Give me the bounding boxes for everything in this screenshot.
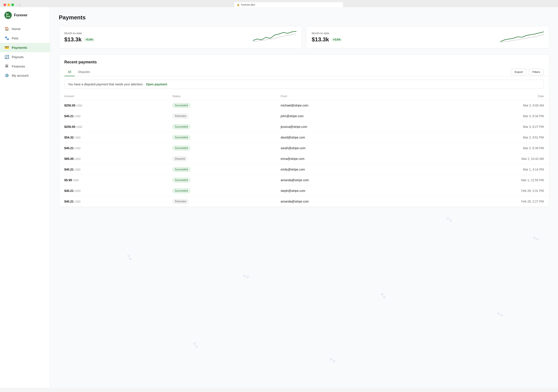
payments-table: Amount Status From Date $250.00 USD Succ… bbox=[59, 92, 549, 207]
tab-actions: Export Filters bbox=[511, 68, 544, 75]
main-content: 🐾🐾🐾🐾🐾🐾🐾🐾🐾🐾🐾🐾🐾🐾🐾🐾🐾🐾🐾🐾 Payments Month-to-d… bbox=[50, 7, 558, 388]
table-row[interactable]: $40.21 USD Succeeded steph@stripe.com Fe… bbox=[59, 186, 549, 196]
currency-value: USD bbox=[75, 189, 80, 193]
paw-decoration: 🐾 bbox=[496, 311, 504, 318]
table-row[interactable]: $40.21 USD Succeeded sarah@stripe.com Ma… bbox=[59, 143, 549, 153]
currency-value: USD bbox=[75, 200, 80, 203]
date-cell: Mar 3, 8:27 PM bbox=[423, 121, 549, 132]
amount-value: $5.99 bbox=[64, 178, 72, 182]
metric-chart bbox=[253, 31, 296, 44]
status-badge: Refunded bbox=[172, 114, 189, 119]
currency-value: USD bbox=[75, 115, 80, 118]
status-cell: Refunded bbox=[167, 196, 275, 207]
tabs-row: AllDisputes Export Filters bbox=[59, 68, 549, 76]
col-status: Status bbox=[167, 92, 275, 100]
status-badge: Succeeded bbox=[172, 135, 190, 140]
sidebar-item-payouts[interactable]: 🔄 Payouts bbox=[0, 52, 50, 62]
finances-icon: 🏛 bbox=[4, 64, 9, 68]
export-button[interactable]: Export bbox=[511, 68, 527, 75]
currency-value: USD bbox=[75, 136, 80, 139]
sidebar-item-home[interactable]: 🏠 Home bbox=[0, 24, 50, 34]
main-nav: 🏠 Home 🐾 Pets 💳 Payments 🔄 Payouts 🏛 Fin… bbox=[0, 24, 50, 80]
status-cell: Disputed bbox=[167, 153, 275, 164]
maximize-button[interactable] bbox=[11, 3, 14, 6]
date-cell: Mar 2, 10:42 AM bbox=[423, 153, 549, 164]
from-cell: erica@stripe.com bbox=[275, 153, 423, 164]
col-date: Date bbox=[423, 92, 549, 100]
amount-value: $40.21 bbox=[64, 189, 74, 193]
metric-chart bbox=[500, 31, 544, 44]
sidebar-item-label: Finances bbox=[12, 64, 25, 68]
from-cell: john@stripe.com bbox=[275, 111, 423, 121]
status-cell: Succeeded bbox=[167, 132, 275, 143]
table-row[interactable]: $40.21 USD Succeeded emily@stripe.com Ma… bbox=[59, 164, 549, 175]
amount-value: $40.21 bbox=[64, 200, 74, 203]
date-cell: Mar 2, 6:39 PM bbox=[423, 143, 549, 153]
sidebar-item-finances[interactable]: 🏛 Finances bbox=[0, 62, 50, 71]
sidebar-item-label: Home bbox=[12, 27, 20, 31]
browser-chrome: ‹ › 🔒 furever.dev bbox=[0, 0, 558, 7]
paw-decoration: 🐾 bbox=[446, 216, 453, 223]
app-container: furEver Furever 🏠 Home 🐾 Pets 💳 Payments… bbox=[0, 7, 558, 388]
address-bar[interactable]: 🔒 furever.dev bbox=[234, 2, 343, 7]
minimize-button[interactable] bbox=[7, 3, 10, 6]
amount-cell: $40.21 USD bbox=[59, 196, 167, 207]
status-badge: Disputed bbox=[172, 156, 187, 161]
amount-cell: $40.21 USD bbox=[59, 186, 167, 196]
table-row[interactable]: $40.21 USD Refunded john@stripe.com Mar … bbox=[59, 111, 549, 121]
back-arrow[interactable]: ‹ bbox=[17, 3, 18, 7]
metric-badge: +5.6% bbox=[331, 38, 342, 42]
status-badge: Succeeded bbox=[172, 178, 190, 182]
date-cell: Feb 28, 3:31 PM bbox=[423, 186, 549, 196]
filters-button[interactable]: Filters bbox=[529, 68, 544, 75]
table-row[interactable]: $250.00 USD Succeeded jessica@stripe.com… bbox=[59, 121, 549, 132]
table-row[interactable]: $5.99 USD Succeeded amanda@stripe.com Ma… bbox=[59, 175, 549, 186]
metric-badge: +5.6% bbox=[84, 38, 95, 42]
paw-decoration: 🐾 bbox=[329, 357, 336, 364]
close-button[interactable] bbox=[3, 3, 6, 6]
date-cell: Feb 28, 2:27 PM bbox=[423, 196, 549, 207]
date-cell: Mar 3, 9:00 AM bbox=[423, 100, 549, 111]
sidebar-item-payments[interactable]: 💳 Payments bbox=[0, 43, 50, 52]
date-cell: Mar 3, 8:34 PM bbox=[423, 111, 549, 121]
amount-cell: $40.21 USD bbox=[59, 111, 167, 121]
metric-value: $13.3k bbox=[312, 36, 329, 43]
table-row[interactable]: $54.32 USD Succeeded david@stripe.com Ma… bbox=[59, 132, 549, 143]
status-badge: Succeeded bbox=[172, 146, 190, 151]
currency-value: USD bbox=[73, 179, 79, 182]
amount-value: $250.00 bbox=[64, 125, 75, 128]
brand-logo-text: furEver bbox=[6, 13, 10, 18]
lock-icon: 🔒 bbox=[237, 3, 240, 6]
date-cell: Mar 1, 4:14 PM bbox=[423, 164, 549, 175]
alert-banner: You have a disputed payment that needs y… bbox=[64, 80, 544, 89]
brand-name: Furever bbox=[14, 13, 27, 17]
traffic-lights bbox=[3, 3, 14, 6]
browser-nav-arrows: ‹ › bbox=[17, 3, 20, 7]
table-row[interactable]: $95.00 USD Disputed erica@stripe.com Mar… bbox=[59, 153, 549, 164]
amount-value: $54.32 bbox=[64, 136, 74, 139]
from-cell: amanda@stripe.com bbox=[275, 175, 423, 186]
amount-value: $40.21 bbox=[64, 168, 74, 171]
amount-cell: $54.32 USD bbox=[59, 132, 167, 143]
sidebar-item-pets[interactable]: 🐾 Pets bbox=[0, 34, 50, 43]
paw-decoration: 🐾 bbox=[242, 273, 250, 280]
tab-disputes[interactable]: Disputes bbox=[75, 68, 94, 76]
my-account-icon: ⚙️ bbox=[4, 73, 9, 78]
status-badge: Refunded bbox=[172, 199, 189, 204]
metric-value: $13.3k bbox=[64, 36, 82, 43]
from-cell: sarah@stripe.com bbox=[275, 143, 423, 153]
table-row[interactable]: $40.21 USD Refunded amanda@stripe.com Fe… bbox=[59, 196, 549, 207]
alert-text: You have a disputed payment that needs y… bbox=[68, 83, 143, 86]
status-cell: Succeeded bbox=[167, 186, 275, 196]
pets-icon: 🐾 bbox=[4, 36, 9, 41]
sidebar-item-my-account[interactable]: ⚙️ My account bbox=[0, 71, 50, 80]
from-cell: emily@stripe.com bbox=[275, 164, 423, 175]
forward-arrow[interactable]: › bbox=[19, 3, 20, 7]
table-row[interactable]: $250.00 USD Succeeded michael@stripe.com… bbox=[59, 100, 549, 111]
paw-decoration: 🐾 bbox=[380, 292, 386, 298]
amount-cell: $250.00 USD bbox=[59, 100, 167, 111]
currency-value: USD bbox=[75, 146, 80, 150]
table-header-row: Amount Status From Date bbox=[59, 92, 549, 100]
tab-all[interactable]: All bbox=[64, 68, 75, 76]
open-payment-link[interactable]: Open payment bbox=[146, 83, 167, 86]
